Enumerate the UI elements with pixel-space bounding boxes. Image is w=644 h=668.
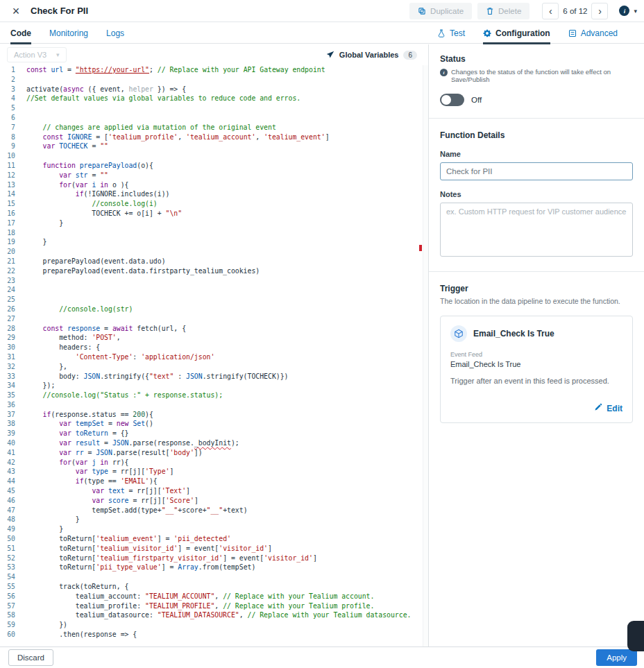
status-toggle-label: Off bbox=[471, 96, 482, 104]
notes-textarea[interactable] bbox=[440, 203, 633, 257]
feedback-widget-button[interactable] bbox=[627, 621, 644, 651]
code-line[interactable]: 50 toReturn['tealium_event'] = 'pii_dete… bbox=[0, 534, 428, 544]
tab-monitoring[interactable]: Monitoring bbox=[49, 22, 88, 44]
code-line[interactable]: 27 bbox=[0, 314, 428, 324]
info-menu-button[interactable]: i ▾ bbox=[619, 6, 637, 16]
code-line[interactable]: 42 for(var j in rr){ bbox=[0, 458, 428, 468]
code-line[interactable]: 54 bbox=[0, 572, 428, 582]
code-line[interactable]: 16 TOCHECK += o[i] + "\n" bbox=[0, 209, 428, 219]
code-line[interactable]: 51 toReturn['tealium_visitor_id'] = even… bbox=[0, 544, 428, 554]
code-line[interactable]: 12 var str = "" bbox=[0, 171, 428, 180]
code-line[interactable]: 31 'Content-Type': 'application/json' bbox=[0, 352, 428, 362]
code-line[interactable]: 49 } bbox=[0, 524, 428, 534]
tab-code[interactable]: Code bbox=[10, 22, 31, 44]
line-number: 54 bbox=[0, 572, 21, 582]
global-variables-button[interactable]: Global Variables 6 bbox=[326, 51, 417, 60]
code-line[interactable]: 56 tealium_account: "TEALIUM_ACCOUNT", /… bbox=[0, 592, 428, 601]
code-line[interactable]: 59 }) bbox=[0, 620, 428, 630]
code-line[interactable]: 26 //console.log(str) bbox=[0, 305, 428, 314]
code-line[interactable]: 18 bbox=[0, 228, 428, 238]
editor-scrollbar[interactable] bbox=[423, 65, 428, 668]
line-number: 10 bbox=[0, 151, 21, 161]
line-number: 27 bbox=[0, 314, 21, 324]
code-line[interactable]: 3activate(async ({ event, helper }) => { bbox=[0, 85, 428, 94]
code-line[interactable]: 46 var score = rr[j]['Score'] bbox=[0, 496, 428, 506]
code-line[interactable]: 20 bbox=[0, 247, 428, 257]
code-line[interactable]: 45 var text = rr[j]['Text'] bbox=[0, 486, 428, 496]
code-line[interactable]: 40 var result = JSON.parse(response._bod… bbox=[0, 438, 428, 448]
status-toggle[interactable] bbox=[440, 94, 464, 106]
code-line[interactable]: 36 bbox=[0, 400, 428, 410]
discard-button[interactable]: Discard bbox=[8, 649, 53, 666]
code-line[interactable]: 29 method: 'POST', bbox=[0, 333, 428, 343]
code-line[interactable]: 1const url = "https://your-url"; // Repl… bbox=[0, 65, 428, 75]
function-details-heading: Function Details bbox=[440, 130, 633, 140]
code-line[interactable]: 15 //console.log(i) bbox=[0, 199, 428, 209]
line-content: activate(async ({ event, helper }) => { bbox=[21, 85, 186, 94]
code-line[interactable]: 23 bbox=[0, 276, 428, 286]
code-line[interactable]: 55 track(toReturn, { bbox=[0, 582, 428, 592]
code-line[interactable]: 22 preparePayload(event.data.firstparty_… bbox=[0, 266, 428, 276]
code-line[interactable]: 38 var tempSet = new Set() bbox=[0, 419, 428, 429]
code-line[interactable]: 4//Set default values via global variabl… bbox=[0, 94, 428, 103]
code-line[interactable]: 41 var rr = JSON.parse(result['body']) bbox=[0, 448, 428, 458]
code-line[interactable]: 32 }, bbox=[0, 362, 428, 372]
code-line[interactable]: 30 headers: { bbox=[0, 343, 428, 352]
code-line[interactable]: 34 }); bbox=[0, 381, 428, 391]
code-line[interactable]: 19 } bbox=[0, 237, 428, 247]
code-line[interactable]: 37 if(response.status == 200){ bbox=[0, 410, 428, 420]
code-line[interactable]: 48 } bbox=[0, 515, 428, 524]
page-title: Check For PII bbox=[31, 6, 88, 16]
code-line[interactable]: 25 bbox=[0, 295, 428, 305]
trigger-section: Trigger The location in the data pipelin… bbox=[440, 284, 633, 423]
status-toggle-row: Off bbox=[440, 94, 633, 106]
next-function-button[interactable]: › bbox=[591, 3, 608, 19]
action-version-dropdown[interactable]: Action V3 ▾ bbox=[7, 47, 67, 62]
code-line[interactable]: 8 const IGNORE = ['tealium_profile', 'te… bbox=[0, 132, 428, 142]
apply-button[interactable]: Apply bbox=[596, 649, 637, 666]
code-line[interactable]: 58 tealium_datasource: "TEALIUM_DATASOUR… bbox=[0, 610, 428, 620]
configuration-panel: Status i Changes to the status of the fu… bbox=[429, 44, 644, 668]
tab-test[interactable]: Test bbox=[437, 22, 465, 44]
code-editor[interactable]: Action V3 ▾ Global Variables 6 1const ur… bbox=[0, 44, 429, 668]
code-line[interactable]: 35 //console.log("Status :" + response.s… bbox=[0, 391, 428, 400]
code-line[interactable]: 21 preparePayload(event.data.udo) bbox=[0, 257, 428, 266]
code-line[interactable]: 60 .then(response => { bbox=[0, 630, 428, 640]
code-line[interactable]: 11 function preparePayload(o){ bbox=[0, 161, 428, 171]
prev-function-button[interactable]: ‹ bbox=[542, 3, 559, 19]
line-number: 32 bbox=[0, 362, 21, 372]
line-number: 25 bbox=[0, 295, 21, 305]
code-line[interactable]: 39 var toReturn = {} bbox=[0, 429, 428, 438]
code-line[interactable]: 17 } bbox=[0, 219, 428, 228]
tab-advanced[interactable]: Advanced bbox=[568, 22, 618, 44]
code-line[interactable]: 53 toReturn['pii_type_value'] = Array.fr… bbox=[0, 563, 428, 572]
code-line[interactable]: 10 bbox=[0, 151, 428, 161]
delete-button[interactable]: Delete bbox=[477, 3, 529, 19]
code-line[interactable]: 9 var TOCHECK = "" bbox=[0, 142, 428, 151]
code-line[interactable]: 47 tempSet.add(type+"__"+score+"__"+text… bbox=[0, 506, 428, 515]
tab-logs[interactable]: Logs bbox=[106, 22, 124, 44]
line-content: //Set default values via global variable… bbox=[21, 94, 300, 103]
code-line[interactable]: 2 bbox=[0, 75, 428, 85]
code-line[interactable]: 52 toReturn['tealium_firstparty_visitor_… bbox=[0, 554, 428, 563]
tab-configuration[interactable]: Configuration bbox=[483, 22, 550, 44]
close-button[interactable]: × bbox=[8, 3, 24, 19]
code-line[interactable]: 24 bbox=[0, 285, 428, 295]
code-line[interactable]: 57 tealium_profile: "TEALIUM_PROFILE", /… bbox=[0, 601, 428, 611]
line-number: 29 bbox=[0, 333, 21, 343]
code-line[interactable]: 5 bbox=[0, 103, 428, 113]
duplicate-button[interactable]: Duplicate bbox=[409, 3, 472, 19]
name-input[interactable] bbox=[440, 162, 633, 180]
edit-trigger-button[interactable]: Edit bbox=[594, 403, 622, 413]
line-content: tealium_profile: "TEALIUM_PROFILE", // R… bbox=[21, 601, 374, 611]
code-line[interactable]: 44 if(type == 'EMAIL'){ bbox=[0, 477, 428, 486]
code-lines[interactable]: 1const url = "https://your-url"; // Repl… bbox=[0, 65, 428, 640]
code-line[interactable]: 28 const response = await fetch(url, { bbox=[0, 324, 428, 334]
code-line[interactable]: 13 for(var i in o ){ bbox=[0, 180, 428, 190]
code-line[interactable]: 7 // changes are applied via mutation of… bbox=[0, 123, 428, 132]
code-line[interactable]: 33 body: JSON.stringify({"text" : JSON.s… bbox=[0, 372, 428, 382]
code-line[interactable]: 43 var type = rr[j]['Type'] bbox=[0, 467, 428, 477]
code-line[interactable]: 14 if(!IGNORE.includes(i)) bbox=[0, 189, 428, 199]
code-line[interactable]: 6 bbox=[0, 113, 428, 123]
line-content: const IGNORE = ['tealium_profile', 'teal… bbox=[21, 132, 330, 142]
